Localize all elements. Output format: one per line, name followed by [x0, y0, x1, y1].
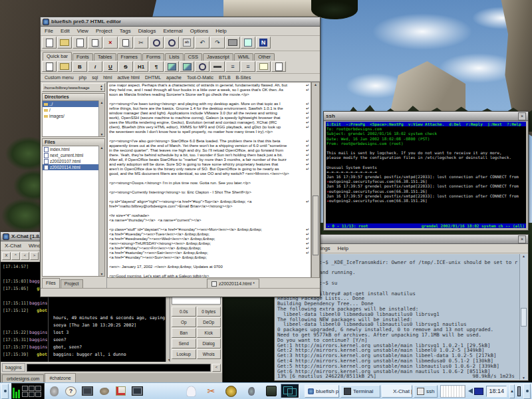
scrollbar-thumb[interactable] [313, 196, 319, 255]
task-xchat[interactable]: X-Chat [1.8... [382, 385, 412, 398]
userlist-button[interactable]: Kick [197, 328, 221, 338]
panel-up-arrow-button[interactable]: ▲ [509, 384, 515, 398]
bluefish-menu-item[interactable]: Help [215, 28, 226, 34]
quickbar-button[interactable]: U [103, 61, 118, 72]
userlist-button[interactable]: 0.0s [172, 307, 196, 317]
desk-guide-pager[interactable] [281, 384, 299, 398]
editor-text-area[interactable]: one major aspect. Perhaps that's a chara… [107, 82, 311, 278]
toolbar-button[interactable] [42, 37, 57, 49]
launcher[interactable] [97, 384, 111, 398]
scrollbar-thumb[interactable] [521, 308, 527, 327]
custom-menu-item[interactable]: B-Sites [236, 75, 251, 80]
bluefish-menu-item[interactable]: External [163, 28, 182, 34]
userlist-button[interactable]: Lookup [172, 349, 196, 359]
quickbar-button[interactable]: H1 [134, 61, 148, 72]
userlist-button[interactable]: DeOp [197, 317, 221, 327]
terminal-scrollbar[interactable]: ▲▼ [519, 254, 527, 380]
tray-item[interactable] [224, 384, 238, 398]
close-tab-button[interactable]: X [2, 252, 11, 260]
bluefish-menu-item[interactable]: Dialogs [138, 28, 156, 34]
task-terminal[interactable]: Terminal [340, 385, 380, 398]
quickbar-button[interactable]: ≡ [225, 61, 240, 72]
directories-header[interactable]: Directories [43, 94, 104, 101]
quickbar-button[interactable] [164, 61, 179, 72]
quickbar-button[interactable] [57, 61, 72, 72]
bluefish-menu-item[interactable]: Options [190, 28, 209, 34]
history-button[interactable]: < [212, 364, 221, 372]
quickbar-button[interactable] [271, 61, 286, 72]
spinner-icon[interactable]: ▲▼ [100, 84, 103, 91]
message-input[interactable] [27, 364, 211, 372]
quickbar-tab[interactable]: Frames [117, 53, 142, 61]
striped-applet[interactable] [440, 385, 466, 398]
userlist-button[interactable]: Ban [172, 328, 196, 338]
close-icon[interactable]: × [518, 112, 526, 120]
quickbar-tab[interactable]: Forms [142, 53, 164, 61]
sidebar-tab[interactable]: Files [42, 278, 60, 288]
directory-item[interactable]: ../ [43, 101, 99, 107]
quickbar-tab[interactable]: Javascript [203, 53, 233, 61]
quickbar-button[interactable] [256, 61, 271, 72]
nick-label[interactable]: baggins [2, 363, 25, 372]
toolbar-button[interactable]: ab [180, 37, 194, 49]
quickbar-button[interactable] [180, 61, 194, 72]
toolbar-button[interactable] [118, 37, 133, 49]
launcher[interactable] [80, 384, 94, 398]
userlist-button[interactable]: Dialog [197, 338, 221, 348]
toolbar-button[interactable]: ✂ [134, 37, 148, 49]
xchat-menu-item[interactable]: X-Chat [5, 243, 21, 249]
bluefish-menu-item[interactable]: Edit [61, 28, 70, 34]
files-header[interactable]: Files [43, 139, 104, 146]
task-bluefish[interactable]: bluefish pre0... [305, 385, 339, 398]
custom-menu-item[interactable]: active html [117, 75, 139, 80]
document-tab[interactable]: z20020114.html * [207, 279, 259, 288]
up-button[interactable]: ^ [11, 252, 20, 260]
quickbar-tab[interactable]: Lists [165, 53, 183, 61]
quickbar-tab[interactable]: Other [254, 53, 275, 61]
directories-scrollbar[interactable]: ▲▼ [98, 100, 104, 136]
quickbar-button[interactable] [195, 61, 209, 72]
quickbar-tab[interactable]: Fonts [72, 53, 93, 61]
ssh-titlebar[interactable]: ssh × [324, 112, 528, 121]
toolbar-button[interactable] [149, 37, 164, 49]
launcher[interactable] [130, 384, 144, 398]
tray-item[interactable]: ✂ [204, 384, 218, 398]
toolbar-button[interactable] [88, 37, 102, 49]
custom-menu-item[interactable]: sql [92, 75, 98, 80]
quickbar-tab[interactable]: Tables [94, 53, 116, 61]
quickbar-button[interactable]: B [72, 61, 87, 72]
bluefish-menu-item[interactable]: Tags [120, 28, 131, 34]
close-icon[interactable]: × [518, 235, 526, 243]
userlist-button[interactable]: 0 bytes [197, 307, 221, 317]
quickbar-button[interactable] [42, 61, 57, 72]
toolbar-button[interactable]: × [103, 37, 118, 49]
bluefish-menu-item[interactable]: Project [96, 28, 112, 34]
userlist-button[interactable]: Send [172, 338, 196, 348]
directory-item[interactable]: / [43, 107, 99, 113]
toolbar-button[interactable] [164, 37, 179, 49]
custom-menu-item[interactable]: php [79, 75, 87, 80]
sidebar-tab[interactable]: Project [61, 279, 83, 288]
toolbar-button[interactable] [57, 37, 72, 49]
tray-item[interactable] [184, 384, 198, 398]
next-button[interactable]: > [30, 252, 39, 260]
file-item[interactable]: next_current.html [43, 152, 99, 158]
userlist-button[interactable]: Op [172, 317, 196, 327]
custom-menu-item[interactable]: Toot-O-Matic [187, 75, 213, 80]
task-ssh[interactable]: ssh [414, 385, 438, 398]
path-combo[interactable]: /home/bilbrey/www/bsage ▲▼ [42, 83, 105, 92]
terminal-menu-item[interactable]: Help [338, 245, 348, 251]
launcher[interactable] [114, 384, 128, 398]
quickbar-tab[interactable]: WML [234, 53, 254, 61]
bluefish-menu-item[interactable]: File [45, 28, 53, 34]
toolbar-button[interactable] [225, 37, 240, 49]
custom-menu-item[interactable]: DHTML [145, 75, 161, 80]
file-item[interactable]: index.html [43, 146, 99, 152]
tray-item[interactable] [244, 384, 258, 398]
quickbar-button[interactable]: i [88, 61, 102, 72]
launcher[interactable] [47, 384, 61, 398]
panel-hide-right-button[interactable] [523, 384, 531, 399]
quickbar-button[interactable]: ¶ [149, 61, 164, 72]
toolbar-button[interactable]: ↷ [210, 37, 225, 49]
panel-hide-left-button[interactable] [1, 384, 9, 399]
